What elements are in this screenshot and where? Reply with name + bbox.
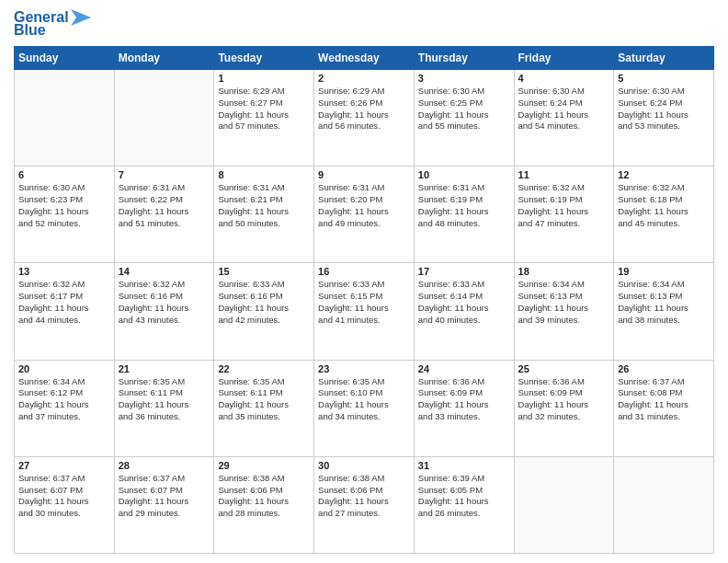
day-number: 9 <box>318 169 410 180</box>
cell-info: Sunrise: 6:30 AM Sunset: 6:23 PM Dayligh… <box>18 182 110 229</box>
calendar-cell: 5Sunrise: 6:30 AM Sunset: 6:24 PM Daylig… <box>614 70 714 167</box>
cell-info: Sunrise: 6:36 AM Sunset: 6:09 PM Dayligh… <box>418 376 510 423</box>
calendar-cell: 22Sunrise: 6:35 AM Sunset: 6:11 PM Dayli… <box>214 360 314 456</box>
weekday-header-saturday: Saturday <box>614 47 714 70</box>
cell-info: Sunrise: 6:36 AM Sunset: 6:09 PM Dayligh… <box>518 376 610 423</box>
header: General Blue <box>14 9 714 39</box>
cell-info: Sunrise: 6:32 AM Sunset: 6:19 PM Dayligh… <box>518 182 610 229</box>
weekday-header-friday: Friday <box>514 47 614 70</box>
calendar-cell: 15Sunrise: 6:33 AM Sunset: 6:16 PM Dayli… <box>214 263 314 360</box>
calendar-cell: 27Sunrise: 6:37 AM Sunset: 6:07 PM Dayli… <box>15 456 115 553</box>
day-number: 17 <box>418 266 510 277</box>
day-number: 29 <box>218 460 310 471</box>
day-number: 26 <box>618 363 710 374</box>
week-row-2: 6Sunrise: 6:30 AM Sunset: 6:23 PM Daylig… <box>15 167 714 263</box>
calendar-cell: 11Sunrise: 6:32 AM Sunset: 6:19 PM Dayli… <box>514 167 614 263</box>
calendar-cell: 2Sunrise: 6:29 AM Sunset: 6:26 PM Daylig… <box>314 70 415 167</box>
calendar-table: SundayMondayTuesdayWednesdayThursdayFrid… <box>14 46 714 554</box>
cell-info: Sunrise: 6:30 AM Sunset: 6:24 PM Dayligh… <box>618 86 710 132</box>
day-number: 22 <box>218 363 310 374</box>
cell-info: Sunrise: 6:31 AM Sunset: 6:22 PM Dayligh… <box>119 182 210 229</box>
day-number: 18 <box>518 266 610 277</box>
calendar-cell: 4Sunrise: 6:30 AM Sunset: 6:24 PM Daylig… <box>514 70 614 167</box>
day-number: 15 <box>218 266 310 277</box>
calendar-cell: 30Sunrise: 6:38 AM Sunset: 6:06 PM Dayli… <box>314 456 415 553</box>
calendar-cell <box>514 456 614 553</box>
calendar-cell: 25Sunrise: 6:36 AM Sunset: 6:09 PM Dayli… <box>514 360 614 456</box>
cell-info: Sunrise: 6:35 AM Sunset: 6:11 PM Dayligh… <box>218 376 310 423</box>
day-number: 19 <box>618 266 710 277</box>
day-number: 23 <box>318 363 410 374</box>
weekday-header-wednesday: Wednesday <box>314 47 415 70</box>
cell-info: Sunrise: 6:31 AM Sunset: 6:21 PM Dayligh… <box>218 182 310 229</box>
calendar-cell: 8Sunrise: 6:31 AM Sunset: 6:21 PM Daylig… <box>214 167 314 263</box>
calendar-cell: 14Sunrise: 6:32 AM Sunset: 6:16 PM Dayli… <box>114 263 214 360</box>
calendar-cell: 31Sunrise: 6:39 AM Sunset: 6:05 PM Dayli… <box>414 456 514 553</box>
calendar-cell: 20Sunrise: 6:34 AM Sunset: 6:12 PM Dayli… <box>15 360 115 456</box>
day-number: 16 <box>318 266 410 277</box>
cell-info: Sunrise: 6:33 AM Sunset: 6:15 PM Dayligh… <box>318 279 410 326</box>
cell-info: Sunrise: 6:37 AM Sunset: 6:08 PM Dayligh… <box>618 376 710 423</box>
day-number: 3 <box>418 73 510 84</box>
day-number: 8 <box>218 169 310 180</box>
cell-info: Sunrise: 6:35 AM Sunset: 6:11 PM Dayligh… <box>119 376 210 423</box>
cell-info: Sunrise: 6:32 AM Sunset: 6:17 PM Dayligh… <box>18 279 110 326</box>
svg-marker-0 <box>71 9 91 26</box>
day-number: 20 <box>18 363 110 374</box>
calendar-cell: 13Sunrise: 6:32 AM Sunset: 6:17 PM Dayli… <box>15 263 115 360</box>
day-number: 5 <box>618 73 710 84</box>
day-number: 6 <box>18 169 110 180</box>
cell-info: Sunrise: 6:37 AM Sunset: 6:07 PM Dayligh… <box>18 473 110 520</box>
weekday-header-tuesday: Tuesday <box>214 47 314 70</box>
cell-info: Sunrise: 6:38 AM Sunset: 6:06 PM Dayligh… <box>218 473 310 520</box>
calendar-cell: 7Sunrise: 6:31 AM Sunset: 6:22 PM Daylig… <box>114 167 214 263</box>
day-number: 2 <box>318 73 410 84</box>
day-number: 25 <box>518 363 610 374</box>
day-number: 7 <box>119 169 210 180</box>
week-row-4: 20Sunrise: 6:34 AM Sunset: 6:12 PM Dayli… <box>15 360 714 456</box>
cell-info: Sunrise: 6:37 AM Sunset: 6:07 PM Dayligh… <box>119 473 210 520</box>
day-number: 1 <box>218 73 310 84</box>
cell-info: Sunrise: 6:34 AM Sunset: 6:13 PM Dayligh… <box>518 279 610 326</box>
calendar-cell: 19Sunrise: 6:34 AM Sunset: 6:13 PM Dayli… <box>614 263 714 360</box>
calendar-cell: 18Sunrise: 6:34 AM Sunset: 6:13 PM Dayli… <box>514 263 614 360</box>
day-number: 14 <box>119 266 210 277</box>
calendar-cell: 23Sunrise: 6:35 AM Sunset: 6:10 PM Dayli… <box>314 360 415 456</box>
calendar-cell: 26Sunrise: 6:37 AM Sunset: 6:08 PM Dayli… <box>614 360 714 456</box>
weekday-header-monday: Monday <box>114 47 214 70</box>
cell-info: Sunrise: 6:31 AM Sunset: 6:19 PM Dayligh… <box>418 182 510 229</box>
calendar-cell: 29Sunrise: 6:38 AM Sunset: 6:06 PM Dayli… <box>214 456 314 553</box>
calendar-cell <box>15 70 115 167</box>
logo: General Blue <box>14 9 91 39</box>
day-number: 24 <box>418 363 510 374</box>
week-row-5: 27Sunrise: 6:37 AM Sunset: 6:07 PM Dayli… <box>15 456 714 553</box>
cell-info: Sunrise: 6:38 AM Sunset: 6:06 PM Dayligh… <box>318 473 410 520</box>
logo-arrow-icon <box>71 9 91 26</box>
day-number: 11 <box>518 169 610 180</box>
calendar-cell: 24Sunrise: 6:36 AM Sunset: 6:09 PM Dayli… <box>414 360 514 456</box>
calendar-cell: 3Sunrise: 6:30 AM Sunset: 6:25 PM Daylig… <box>414 70 514 167</box>
calendar-cell: 21Sunrise: 6:35 AM Sunset: 6:11 PM Dayli… <box>114 360 214 456</box>
calendar-cell <box>614 456 714 553</box>
calendar-cell <box>114 70 214 167</box>
day-number: 4 <box>518 73 610 84</box>
calendar-cell: 9Sunrise: 6:31 AM Sunset: 6:20 PM Daylig… <box>314 167 415 263</box>
cell-info: Sunrise: 6:30 AM Sunset: 6:25 PM Dayligh… <box>418 86 510 132</box>
cell-info: Sunrise: 6:29 AM Sunset: 6:27 PM Dayligh… <box>218 86 310 132</box>
day-number: 28 <box>119 460 210 471</box>
cell-info: Sunrise: 6:34 AM Sunset: 6:13 PM Dayligh… <box>618 279 710 326</box>
cell-info: Sunrise: 6:33 AM Sunset: 6:16 PM Dayligh… <box>218 279 310 326</box>
cell-info: Sunrise: 6:32 AM Sunset: 6:16 PM Dayligh… <box>119 279 210 326</box>
calendar-cell: 28Sunrise: 6:37 AM Sunset: 6:07 PM Dayli… <box>114 456 214 553</box>
cell-info: Sunrise: 6:39 AM Sunset: 6:05 PM Dayligh… <box>418 473 510 520</box>
day-number: 31 <box>418 460 510 471</box>
logo-blue: Blue <box>14 22 46 39</box>
cell-info: Sunrise: 6:30 AM Sunset: 6:24 PM Dayligh… <box>518 86 610 132</box>
cell-info: Sunrise: 6:33 AM Sunset: 6:14 PM Dayligh… <box>418 279 510 326</box>
calendar-cell: 17Sunrise: 6:33 AM Sunset: 6:14 PM Dayli… <box>414 263 514 360</box>
calendar-cell: 1Sunrise: 6:29 AM Sunset: 6:27 PM Daylig… <box>214 70 314 167</box>
calendar-page: General Blue SundayMondayTuesdayWednesda… <box>0 0 728 563</box>
cell-info: Sunrise: 6:32 AM Sunset: 6:18 PM Dayligh… <box>618 182 710 229</box>
calendar-cell: 16Sunrise: 6:33 AM Sunset: 6:15 PM Dayli… <box>314 263 415 360</box>
cell-info: Sunrise: 6:34 AM Sunset: 6:12 PM Dayligh… <box>18 376 110 423</box>
